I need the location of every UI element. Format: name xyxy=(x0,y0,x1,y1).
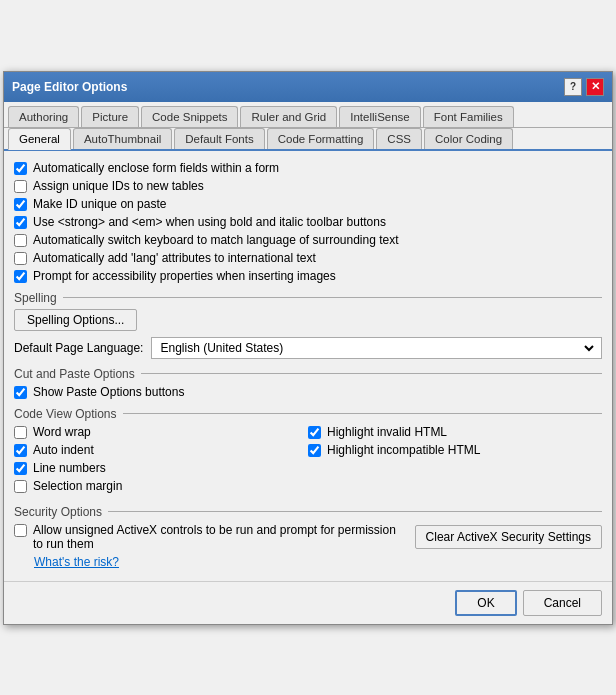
cv-row-cv2: Auto indent xyxy=(14,443,308,457)
footer: OK Cancel xyxy=(4,581,612,624)
ok-button[interactable]: OK xyxy=(455,590,516,616)
language-field-row: Default Page Language: English (United S… xyxy=(14,337,602,359)
language-dropdown[interactable]: English (United States) xyxy=(151,337,602,359)
help-button[interactable]: ? xyxy=(564,78,582,96)
checkbox-cb2[interactable] xyxy=(14,180,27,193)
checkbox-row-cb3: Make ID unique on paste xyxy=(14,197,602,211)
show-paste-row: Show Paste Options buttons xyxy=(14,385,602,399)
tab2-general[interactable]: General xyxy=(8,128,71,150)
security-text-block: Allow unsigned ActiveX controls to be ru… xyxy=(14,523,405,569)
tab2-code-formatting[interactable]: Code Formatting xyxy=(267,128,375,149)
checkbox-row-cb7: Prompt for accessibility properties when… xyxy=(14,269,602,283)
cv-row-cv1: Word wrap xyxy=(14,425,308,439)
security-content: Allow unsigned ActiveX controls to be ru… xyxy=(14,523,602,569)
label-cb6: Automatically add 'lang' attributes to i… xyxy=(33,251,316,265)
dialog-title: Page Editor Options xyxy=(12,80,127,94)
cancel-button[interactable]: Cancel xyxy=(523,590,602,616)
cv-checkbox-cv1[interactable] xyxy=(14,426,27,439)
tab2-color-coding[interactable]: Color Coding xyxy=(424,128,513,149)
tab-font-families[interactable]: Font Families xyxy=(423,106,514,127)
cv-label-cv5: Highlight invalid HTML xyxy=(327,425,447,439)
title-bar-controls: ? ✕ xyxy=(564,78,604,96)
cv-row-cv6: Highlight incompatible HTML xyxy=(308,443,602,457)
label-cb5: Automatically switch keyboard to match l… xyxy=(33,233,399,247)
tab-authoring[interactable]: Authoring xyxy=(8,106,79,127)
checkboxes-container: Automatically enclose form fields within… xyxy=(14,161,602,283)
label-cb3: Make ID unique on paste xyxy=(33,197,166,211)
show-paste-label: Show Paste Options buttons xyxy=(33,385,184,399)
language-label: Default Page Language: xyxy=(14,341,143,355)
cv-row-cv4: Selection margin xyxy=(14,479,308,493)
spelling-section-label: Spelling xyxy=(14,291,602,305)
checkbox-cb4[interactable] xyxy=(14,216,27,229)
code-view-right: Highlight invalid HTMLHighlight incompat… xyxy=(308,425,602,497)
cv-checkbox-cv5[interactable] xyxy=(308,426,321,439)
cv-label-cv6: Highlight incompatible HTML xyxy=(327,443,480,457)
cv-label-cv4: Selection margin xyxy=(33,479,122,493)
tab-picture[interactable]: Picture xyxy=(81,106,139,127)
code-view-left: Word wrapAuto indentLine numbersSelectio… xyxy=(14,425,308,497)
cv-checkbox-cv3[interactable] xyxy=(14,462,27,475)
language-select[interactable]: English (United States) xyxy=(156,340,597,356)
spelling-options-button[interactable]: Spelling Options... xyxy=(14,309,137,331)
tab2-default-fonts[interactable]: Default Fonts xyxy=(174,128,264,149)
checkbox-cb5[interactable] xyxy=(14,234,27,247)
checkbox-row-cb5: Automatically switch keyboard to match l… xyxy=(14,233,602,247)
title-bar: Page Editor Options ? ✕ xyxy=(4,72,612,102)
checkbox-row-cb6: Automatically add 'lang' attributes to i… xyxy=(14,251,602,265)
checkbox-cb7[interactable] xyxy=(14,270,27,283)
close-button[interactable]: ✕ xyxy=(586,78,604,96)
cv-label-cv1: Word wrap xyxy=(33,425,91,439)
tab-row-1: AuthoringPictureCode SnippetsRuler and G… xyxy=(4,102,612,128)
activex-checkbox-row: Allow unsigned ActiveX controls to be ru… xyxy=(14,523,405,551)
checkbox-cb6[interactable] xyxy=(14,252,27,265)
checkbox-row-cb1: Automatically enclose form fields within… xyxy=(14,161,602,175)
content-area: Automatically enclose form fields within… xyxy=(4,151,612,575)
clear-activex-button[interactable]: Clear ActiveX Security Settings xyxy=(415,525,602,549)
cv-row-cv3: Line numbers xyxy=(14,461,308,475)
tab-ruler-and-grid[interactable]: Ruler and Grid xyxy=(240,106,337,127)
checkbox-row-cb4: Use <strong> and <em> when using bold an… xyxy=(14,215,602,229)
checkbox-cb1[interactable] xyxy=(14,162,27,175)
tab-intellisense[interactable]: IntelliSense xyxy=(339,106,420,127)
security-section-label: Security Options xyxy=(14,505,602,519)
tab-code-snippets[interactable]: Code Snippets xyxy=(141,106,238,127)
tab2-autothumbnail[interactable]: AutoThumbnail xyxy=(73,128,172,149)
code-view-options: Word wrapAuto indentLine numbersSelectio… xyxy=(14,425,602,497)
what-risk-link[interactable]: What's the risk? xyxy=(34,555,119,569)
label-cb7: Prompt for accessibility properties when… xyxy=(33,269,336,283)
cv-checkbox-cv6[interactable] xyxy=(308,444,321,457)
code-view-section-label: Code View Options xyxy=(14,407,602,421)
checkbox-cb3[interactable] xyxy=(14,198,27,211)
activex-checkbox[interactable] xyxy=(14,524,27,537)
checkbox-row-cb2: Assign unique IDs to new tables xyxy=(14,179,602,193)
activex-label: Allow unsigned ActiveX controls to be ru… xyxy=(33,523,405,551)
cv-label-cv3: Line numbers xyxy=(33,461,106,475)
cv-checkbox-cv4[interactable] xyxy=(14,480,27,493)
show-paste-checkbox[interactable] xyxy=(14,386,27,399)
label-cb1: Automatically enclose form fields within… xyxy=(33,161,279,175)
label-cb4: Use <strong> and <em> when using bold an… xyxy=(33,215,386,229)
label-cb2: Assign unique IDs to new tables xyxy=(33,179,204,193)
cut-paste-section-label: Cut and Paste Options xyxy=(14,367,602,381)
cv-row-cv5: Highlight invalid HTML xyxy=(308,425,602,439)
tab2-css[interactable]: CSS xyxy=(376,128,422,149)
tab-row-2: GeneralAutoThumbnailDefault FontsCode Fo… xyxy=(4,128,612,151)
cv-checkbox-cv2[interactable] xyxy=(14,444,27,457)
dialog: Page Editor Options ? ✕ AuthoringPicture… xyxy=(3,71,613,625)
cv-label-cv2: Auto indent xyxy=(33,443,94,457)
